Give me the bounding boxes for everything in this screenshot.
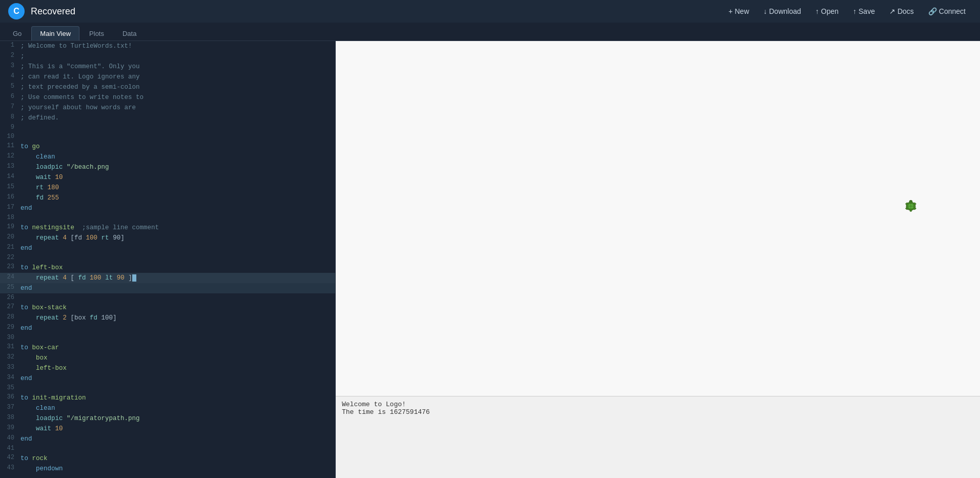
new-icon: + (728, 7, 732, 15)
code-row-7: 7; yourself about how words are (0, 103, 335, 113)
connect-icon: 🔗 (928, 7, 937, 15)
line-content[interactable]: left-box (18, 363, 335, 373)
tabs-bar: Go Main View Plots Data (0, 23, 980, 41)
tab-plots[interactable]: Plots (80, 26, 113, 41)
code-row-34: 34end (0, 373, 335, 384)
code-row-41: 41 (0, 444, 335, 453)
connect-label: Connect (939, 7, 966, 15)
line-content[interactable]: end (18, 203, 335, 213)
tab-go[interactable]: Go (4, 26, 30, 41)
line-content[interactable]: fd 255 (18, 193, 335, 203)
line-content[interactable]: end (18, 434, 335, 444)
code-row-36: 36to init-migration (0, 393, 335, 403)
code-row-22: 22 (0, 253, 335, 263)
new-label: New (734, 7, 749, 15)
line-number: 43 (0, 464, 18, 474)
line-content[interactable]: to box-stack (18, 303, 335, 313)
save-button[interactable]: ↑ Save (847, 4, 881, 18)
line-content[interactable]: clean (18, 403, 335, 413)
line-content[interactable] (18, 213, 335, 223)
line-content[interactable]: to nestingsite ;sample line comment (18, 223, 335, 233)
code-row-3: 3; This is a "comment". Only you (0, 62, 335, 72)
line-content[interactable] (18, 444, 335, 453)
line-number: 33 (0, 363, 18, 373)
code-row-39: 39 wait 10 (0, 424, 335, 434)
line-content[interactable]: repeat 4 [ fd 100 lt 90 ] (18, 273, 335, 283)
line-number: 40 (0, 434, 18, 444)
tab-main-view[interactable]: Main View (31, 26, 79, 41)
app-header: C Recovered + New ↓ Download ↑ Open ↑ Sa… (0, 0, 980, 23)
line-content[interactable]: to left-box (18, 263, 335, 273)
line-content[interactable]: box (18, 353, 335, 363)
line-number: 6 (0, 92, 18, 103)
line-content[interactable]: pendown (18, 464, 335, 474)
line-content[interactable]: ; defined. (18, 113, 335, 123)
line-number: 28 (0, 313, 18, 323)
line-content[interactable] (18, 293, 335, 303)
code-row-42: 42to rock (0, 453, 335, 464)
line-number: 21 (0, 243, 18, 253)
line-content[interactable] (18, 384, 335, 393)
line-number: 4 (0, 72, 18, 82)
line-number: 3 (0, 62, 18, 72)
code-row-26: 26 (0, 293, 335, 303)
main-content: 1; Welcome to TurtleWords.txt!2;3; This … (0, 41, 980, 478)
line-content[interactable] (18, 253, 335, 263)
code-editor[interactable]: 1; Welcome to TurtleWords.txt!2;3; This … (0, 41, 336, 478)
line-content[interactable]: repeat 2 [box fd 100] (18, 313, 335, 323)
line-content[interactable]: ; can read it. Logo ignores any (18, 72, 335, 82)
line-content[interactable]: to rock (18, 453, 335, 464)
open-icon: ↑ (815, 7, 819, 15)
line-content[interactable]: ; This is a "comment". Only you (18, 62, 335, 72)
new-button[interactable]: + New (722, 4, 755, 18)
code-row-28: 28 repeat 2 [box fd 100] (0, 313, 335, 323)
line-number: 37 (0, 403, 18, 413)
line-content[interactable]: ; Welcome to TurtleWords.txt! (18, 41, 335, 51)
line-content[interactable] (18, 123, 335, 132)
console-line-2: The time is 1627591476 (342, 408, 974, 416)
line-content[interactable]: wait 10 (18, 172, 335, 183)
code-row-21: 21end (0, 243, 335, 253)
line-content[interactable]: clean (18, 152, 335, 162)
line-content[interactable]: loadpic "/migratorypath.png (18, 413, 335, 424)
connect-button[interactable]: 🔗 Connect (922, 4, 972, 18)
svg-point-4 (909, 201, 912, 203)
line-content[interactable] (18, 132, 335, 142)
code-row-6: 6; Use comments to write notes to (0, 92, 335, 103)
line-content[interactable]: end (18, 373, 335, 384)
line-content[interactable]: loadpic "/beach.png (18, 162, 335, 172)
code-row-14: 14 wait 10 (0, 172, 335, 183)
line-number: 15 (0, 183, 18, 193)
code-lines: 1; Welcome to TurtleWords.txt!2;3; This … (0, 41, 335, 474)
console-line-1: Welcome to Logo! (342, 401, 974, 408)
line-content[interactable]: ; text preceded by a semi-colon (18, 82, 335, 92)
line-content[interactable]: end (18, 323, 335, 333)
line-content[interactable]: ; yourself about how words are (18, 103, 335, 113)
line-content[interactable]: wait 10 (18, 424, 335, 434)
download-button[interactable]: ↓ Download (758, 4, 807, 18)
line-content[interactable]: to init-migration (18, 393, 335, 403)
line-number: 41 (0, 444, 18, 453)
code-row-32: 32 box (0, 353, 335, 363)
line-content[interactable]: rt 180 (18, 183, 335, 193)
docs-button[interactable]: ↗ Docs (883, 4, 920, 18)
code-row-11: 11to go (0, 142, 335, 152)
tab-data[interactable]: Data (114, 26, 145, 41)
open-button[interactable]: ↑ Open (809, 4, 845, 18)
line-number: 26 (0, 293, 18, 303)
code-row-25: 25end (0, 283, 335, 293)
download-icon: ↓ (764, 7, 767, 15)
line-content[interactable]: to go (18, 142, 335, 152)
line-content[interactable]: ; (18, 51, 335, 62)
line-content[interactable]: end (18, 243, 335, 253)
code-row-35: 35 (0, 384, 335, 393)
line-content[interactable]: to box-car (18, 343, 335, 353)
line-content[interactable]: repeat 4 [fd 100 rt 90] (18, 233, 335, 243)
line-content[interactable] (18, 333, 335, 343)
app-logo: C (8, 3, 25, 19)
line-number: 13 (0, 162, 18, 172)
code-row-38: 38 loadpic "/migratorypath.png (0, 413, 335, 424)
line-content[interactable]: ; Use comments to write notes to (18, 92, 335, 103)
line-content[interactable]: end (18, 283, 335, 293)
docs-icon: ↗ (889, 7, 895, 15)
